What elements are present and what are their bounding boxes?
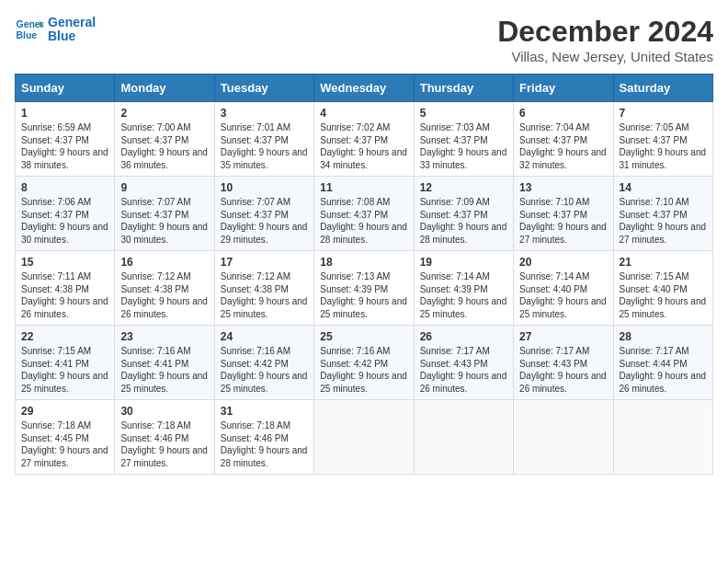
calendar-cell: 22 Sunrise: 7:15 AM Sunset: 4:41 PM Dayl…	[16, 326, 115, 400]
cell-content: Sunrise: 7:04 AM Sunset: 4:37 PM Dayligh…	[519, 121, 607, 171]
cell-content: Sunrise: 7:02 AM Sunset: 4:37 PM Dayligh…	[320, 121, 407, 171]
logo-icon: General Blue	[15, 15, 44, 44]
day-number: 13	[519, 181, 607, 194]
cell-content: Sunrise: 7:16 AM Sunset: 4:42 PM Dayligh…	[221, 345, 308, 395]
day-number: 17	[221, 256, 308, 269]
day-number: 22	[21, 330, 108, 343]
day-number: 10	[221, 181, 308, 194]
calendar-cell: 5 Sunrise: 7:03 AM Sunset: 4:37 PM Dayli…	[414, 102, 513, 177]
calendar-cell: 6 Sunrise: 7:04 AM Sunset: 4:37 PM Dayli…	[514, 102, 613, 177]
calendar-cell: 21 Sunrise: 7:15 AM Sunset: 4:40 PM Dayl…	[613, 251, 712, 326]
calendar-cell: 17 Sunrise: 7:12 AM Sunset: 4:38 PM Dayl…	[214, 251, 313, 326]
col-thursday: Thursday	[414, 75, 513, 102]
day-number: 20	[519, 256, 607, 269]
day-number: 27	[519, 330, 607, 343]
day-number: 26	[420, 330, 507, 343]
cell-content: Sunrise: 7:15 AM Sunset: 4:40 PM Dayligh…	[620, 270, 707, 320]
cell-content: Sunrise: 7:13 AM Sunset: 4:39 PM Dayligh…	[320, 270, 407, 320]
calendar-cell: 14 Sunrise: 7:10 AM Sunset: 4:37 PM Dayl…	[613, 177, 712, 251]
cell-content: Sunrise: 7:12 AM Sunset: 4:38 PM Dayligh…	[221, 270, 308, 320]
calendar-cell: 13 Sunrise: 7:10 AM Sunset: 4:37 PM Dayl…	[514, 177, 613, 251]
calendar-cell: 25 Sunrise: 7:16 AM Sunset: 4:42 PM Dayl…	[314, 326, 414, 400]
day-number: 15	[21, 256, 108, 269]
title-area: December 2024 Villas, New Jersey, United…	[497, 15, 713, 64]
calendar-cell: 12 Sunrise: 7:09 AM Sunset: 4:37 PM Dayl…	[414, 177, 513, 251]
calendar-cell: 15 Sunrise: 7:11 AM Sunset: 4:38 PM Dayl…	[16, 251, 115, 326]
calendar-cell: 8 Sunrise: 7:06 AM Sunset: 4:37 PM Dayli…	[16, 177, 115, 251]
calendar-cell: 18 Sunrise: 7:13 AM Sunset: 4:39 PM Dayl…	[314, 251, 414, 326]
day-number: 4	[320, 107, 407, 120]
logo: General Blue GeneralBlue	[15, 15, 96, 44]
cell-content: Sunrise: 7:00 AM Sunset: 4:37 PM Dayligh…	[120, 121, 208, 171]
day-number: 7	[620, 107, 707, 120]
calendar-week-row: 8 Sunrise: 7:06 AM Sunset: 4:37 PM Dayli…	[16, 177, 713, 251]
col-sunday: Sunday	[16, 75, 115, 102]
calendar-cell: 1 Sunrise: 6:59 AM Sunset: 4:37 PM Dayli…	[16, 102, 115, 177]
calendar-cell: 28 Sunrise: 7:17 AM Sunset: 4:44 PM Dayl…	[613, 326, 712, 400]
calendar-cell: 20 Sunrise: 7:14 AM Sunset: 4:40 PM Dayl…	[514, 251, 613, 326]
cell-content: Sunrise: 7:17 AM Sunset: 4:44 PM Dayligh…	[620, 345, 707, 395]
page-subtitle: Villas, New Jersey, United States	[497, 49, 713, 64]
calendar-week-row: 22 Sunrise: 7:15 AM Sunset: 4:41 PM Dayl…	[16, 326, 713, 400]
calendar-cell	[414, 400, 513, 475]
calendar-cell: 31 Sunrise: 7:18 AM Sunset: 4:46 PM Dayl…	[214, 400, 313, 475]
calendar-cell: 27 Sunrise: 7:17 AM Sunset: 4:43 PM Dayl…	[514, 326, 613, 400]
calendar-cell: 24 Sunrise: 7:16 AM Sunset: 4:42 PM Dayl…	[214, 326, 313, 400]
calendar-cell	[613, 400, 712, 475]
day-number: 5	[420, 107, 507, 120]
page-title: December 2024	[497, 15, 713, 49]
cell-content: Sunrise: 7:16 AM Sunset: 4:42 PM Dayligh…	[320, 345, 407, 395]
cell-content: Sunrise: 7:03 AM Sunset: 4:37 PM Dayligh…	[420, 121, 507, 171]
cell-content: Sunrise: 7:05 AM Sunset: 4:37 PM Dayligh…	[620, 121, 707, 171]
day-number: 21	[620, 256, 707, 269]
day-number: 18	[320, 256, 407, 269]
cell-content: Sunrise: 7:10 AM Sunset: 4:37 PM Dayligh…	[519, 196, 607, 246]
day-number: 8	[21, 181, 108, 194]
day-number: 31	[221, 405, 308, 418]
day-number: 24	[221, 330, 308, 343]
calendar-header-row: Sunday Monday Tuesday Wednesday Thursday…	[16, 75, 713, 102]
cell-content: Sunrise: 7:17 AM Sunset: 4:43 PM Dayligh…	[420, 345, 507, 395]
day-number: 12	[420, 181, 507, 194]
calendar-week-row: 29 Sunrise: 7:18 AM Sunset: 4:45 PM Dayl…	[16, 400, 713, 475]
calendar-cell: 10 Sunrise: 7:07 AM Sunset: 4:37 PM Dayl…	[214, 177, 313, 251]
cell-content: Sunrise: 7:18 AM Sunset: 4:46 PM Dayligh…	[221, 419, 308, 469]
cell-content: Sunrise: 7:07 AM Sunset: 4:37 PM Dayligh…	[221, 196, 308, 246]
cell-content: Sunrise: 7:08 AM Sunset: 4:37 PM Dayligh…	[320, 196, 407, 246]
day-number: 11	[320, 181, 407, 194]
cell-content: Sunrise: 7:14 AM Sunset: 4:40 PM Dayligh…	[519, 270, 607, 320]
cell-content: Sunrise: 7:10 AM Sunset: 4:37 PM Dayligh…	[620, 196, 707, 246]
cell-content: Sunrise: 7:07 AM Sunset: 4:37 PM Dayligh…	[120, 196, 208, 246]
cell-content: Sunrise: 7:18 AM Sunset: 4:45 PM Dayligh…	[21, 419, 108, 469]
day-number: 9	[120, 181, 208, 194]
day-number: 25	[320, 330, 407, 343]
cell-content: Sunrise: 7:17 AM Sunset: 4:43 PM Dayligh…	[519, 345, 607, 395]
col-friday: Friday	[514, 75, 613, 102]
calendar-cell: 11 Sunrise: 7:08 AM Sunset: 4:37 PM Dayl…	[314, 177, 414, 251]
cell-content: Sunrise: 7:16 AM Sunset: 4:41 PM Dayligh…	[120, 345, 208, 395]
calendar-cell: 4 Sunrise: 7:02 AM Sunset: 4:37 PM Dayli…	[314, 102, 414, 177]
calendar-cell	[314, 400, 414, 475]
cell-content: Sunrise: 7:11 AM Sunset: 4:38 PM Dayligh…	[21, 270, 108, 320]
cell-content: Sunrise: 7:18 AM Sunset: 4:46 PM Dayligh…	[120, 419, 208, 469]
col-saturday: Saturday	[613, 75, 712, 102]
day-number: 16	[120, 256, 208, 269]
logo-text: GeneralBlue	[48, 16, 96, 44]
calendar-cell: 23 Sunrise: 7:16 AM Sunset: 4:41 PM Dayl…	[115, 326, 214, 400]
cell-content: Sunrise: 6:59 AM Sunset: 4:37 PM Dayligh…	[21, 121, 108, 171]
col-wednesday: Wednesday	[314, 75, 414, 102]
day-number: 30	[120, 405, 208, 418]
day-number: 6	[519, 107, 607, 120]
day-number: 3	[221, 107, 308, 120]
calendar-cell: 7 Sunrise: 7:05 AM Sunset: 4:37 PM Dayli…	[613, 102, 712, 177]
calendar-week-row: 1 Sunrise: 6:59 AM Sunset: 4:37 PM Dayli…	[16, 102, 713, 177]
col-monday: Monday	[115, 75, 214, 102]
header: General Blue GeneralBlue December 2024 V…	[15, 15, 713, 64]
calendar-cell: 19 Sunrise: 7:14 AM Sunset: 4:39 PM Dayl…	[414, 251, 513, 326]
calendar-cell: 2 Sunrise: 7:00 AM Sunset: 4:37 PM Dayli…	[115, 102, 214, 177]
day-number: 19	[420, 256, 507, 269]
cell-content: Sunrise: 7:09 AM Sunset: 4:37 PM Dayligh…	[420, 196, 507, 246]
cell-content: Sunrise: 7:15 AM Sunset: 4:41 PM Dayligh…	[21, 345, 108, 395]
calendar-table: Sunday Monday Tuesday Wednesday Thursday…	[15, 74, 713, 475]
svg-text:Blue: Blue	[17, 30, 38, 40]
